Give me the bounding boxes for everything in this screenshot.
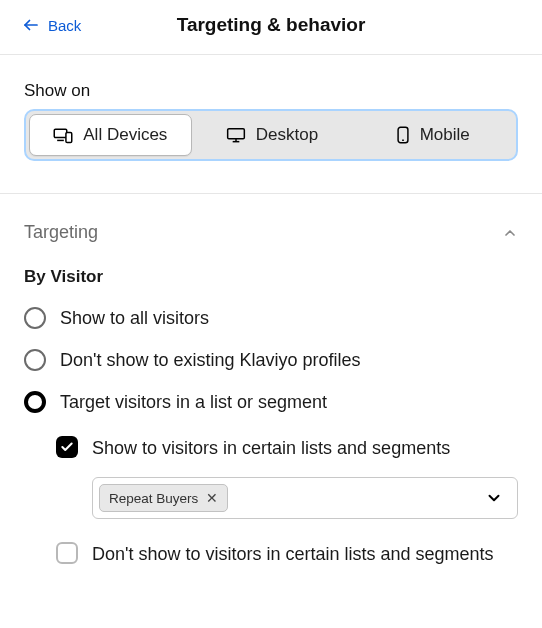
back-label: Back [48,17,81,34]
arrow-left-icon [22,16,40,34]
radio-indicator [24,307,46,329]
chip-label: Repeat Buyers [109,491,198,506]
radio-show-all[interactable]: Show to all visitors [24,297,518,339]
desktop-icon [226,126,246,144]
chip-remove-icon[interactable]: ✕ [206,490,218,506]
page-title: Targeting & behavior [177,14,366,36]
nested-options: Show to visitors in certain lists and se… [0,423,542,575]
radio-label: Show to all visitors [60,308,209,329]
segment-label: All Devices [83,125,167,145]
radio-indicator [24,349,46,371]
device-segmented-control: All Devices Desktop Mobile [24,109,518,161]
segment-label: Desktop [256,125,318,145]
radio-dont-show-existing[interactable]: Don't show to existing Klaviyo profiles [24,339,518,381]
devices-icon [53,126,73,144]
checkbox-indicator [56,542,78,564]
by-visitor-label: By Visitor [0,243,542,297]
checkbox-indicator [56,436,78,458]
radio-label: Don't show to existing Klaviyo profiles [60,350,361,371]
show-on-label: Show on [24,81,518,101]
check-icon [60,440,74,454]
radio-target-list-segment[interactable]: Target visitors in a list or segment [24,381,518,423]
segment-select[interactable]: Repeat Buyers ✕ [92,477,518,519]
page-header: Back Targeting & behavior [0,0,542,55]
chevron-up-icon [502,225,518,241]
selected-tag-chip: Repeat Buyers ✕ [99,484,228,512]
svg-rect-1 [55,129,68,137]
radio-label: Target visitors in a list or segment [60,392,327,413]
back-button[interactable]: Back [22,16,81,34]
visitor-radio-group: Show to all visitors Don't show to exist… [0,297,542,423]
checkbox-label: Show to visitors in certain lists and se… [92,435,450,461]
radio-indicator [24,391,46,413]
checkbox-label: Don't show to visitors in certain lists … [92,541,494,567]
segment-desktop[interactable]: Desktop [192,114,353,156]
checkbox-show-in-lists[interactable]: Show to visitors in certain lists and se… [56,427,518,469]
checkbox-dont-show-in-lists[interactable]: Don't show to visitors in certain lists … [56,533,518,575]
segment-all-devices[interactable]: All Devices [29,114,192,156]
show-on-section: Show on All Devices Desktop Mobile [0,55,542,171]
segment-label: Mobile [420,125,470,145]
svg-rect-4 [227,129,244,139]
targeting-title: Targeting [24,222,98,243]
segment-mobile[interactable]: Mobile [352,114,513,156]
targeting-accordion-header[interactable]: Targeting [0,194,542,243]
svg-rect-3 [66,133,72,143]
mobile-icon [396,126,410,144]
chevron-down-icon [485,489,503,507]
